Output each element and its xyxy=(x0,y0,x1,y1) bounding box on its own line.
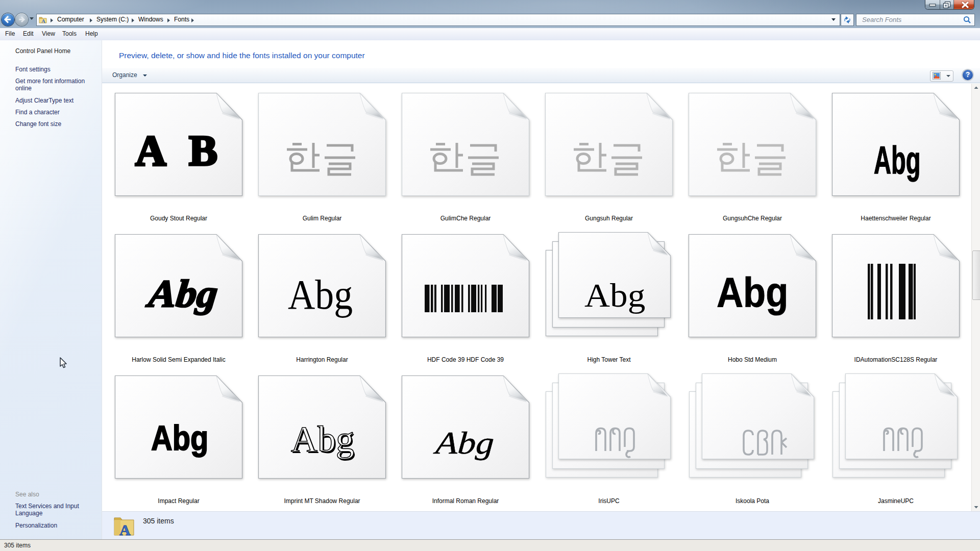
svg-text:A: A xyxy=(119,521,131,537)
svg-text:A: A xyxy=(41,18,45,24)
